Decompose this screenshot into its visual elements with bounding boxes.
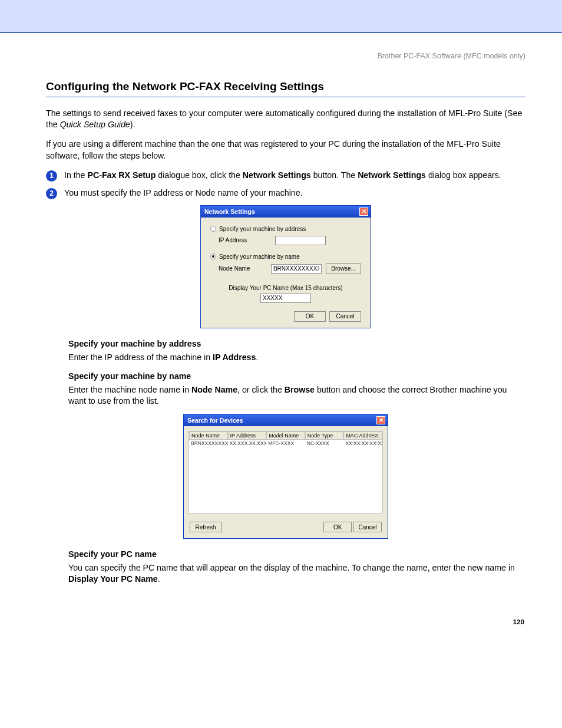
sec-name-p1: Enter the machine node name in (68, 385, 191, 394)
ok-button[interactable]: OK (294, 311, 326, 322)
refresh-button[interactable]: Refresh (190, 522, 222, 532)
sec-addr-p2: . (256, 353, 258, 362)
intro-paragraph-2: If you are using a different machine tha… (46, 139, 525, 161)
list-row[interactable]: BRNXXXXXXXXXXXX XX.XXX.XX.XXX MFC-XXXX N… (189, 440, 382, 447)
pc-name-input[interactable] (260, 294, 311, 303)
radio-icon (210, 253, 216, 259)
title-rule (46, 97, 525, 97)
cell-mac-address: XX:XX:XX:XX:XX:XX (343, 440, 382, 447)
step1-t2: dialogue box, click the (156, 170, 242, 180)
radio-by-name-label: Specify your machine by name (219, 253, 300, 260)
search-devices-dialog: Search for Devices ✕ Node Name IP Addres… (183, 414, 388, 539)
sec-name-p2: , or click the (237, 385, 285, 394)
sec-addr-p1: Enter the IP address of the machine in (68, 353, 213, 362)
subhead-address: Specify your machine by address (68, 339, 525, 348)
sec-name-b1: Node Name (191, 385, 237, 394)
step1-b1: PC-Fax RX Setup (87, 170, 156, 180)
sec-pcname-p1: You can specify the PC name that will ap… (68, 563, 515, 572)
col-mac-address[interactable]: MAC Address (343, 431, 382, 440)
subhead-name: Specify your machine by name (68, 371, 525, 381)
dialog-title: Network Settings (204, 208, 255, 215)
cancel-button[interactable]: Cancel (329, 311, 361, 322)
devices-list[interactable]: Node Name IP Address Model Name Node Typ… (189, 431, 383, 513)
subbody-name: Enter the machine node name in Node Name… (68, 384, 525, 407)
close-icon[interactable]: ✕ (359, 207, 368, 216)
ok-button[interactable]: OK (323, 522, 352, 532)
node-name-label: Node Name (219, 265, 271, 272)
ip-address-label: IP Address (219, 237, 275, 243)
radio-by-address[interactable]: Specify your machine by address (210, 226, 361, 232)
cancel-button[interactable]: Cancel (353, 522, 382, 532)
browse-button[interactable]: Browse... (326, 263, 361, 274)
subhead-pcname: Specify your PC name (68, 549, 525, 559)
step1-t1: In the (64, 170, 87, 180)
step-1-text: In the PC-Fax RX Setup dialogue box, cli… (64, 170, 525, 181)
intro-paragraph-1: The settings to send received faxes to y… (46, 108, 525, 130)
col-node-type[interactable]: Node Type (305, 431, 344, 440)
intro1c: ). (130, 120, 135, 129)
step-2-text: You must specify the IP address or Node … (64, 187, 525, 199)
step-2: 2 You must specify the IP address or Nod… (46, 187, 525, 199)
col-model-name[interactable]: Model Name (266, 431, 305, 440)
step1-t4: dialog box appears. (426, 170, 501, 180)
sec-name-b2: Browse (285, 385, 315, 394)
cell-model-name: MFC-XXXX (266, 440, 305, 447)
intro1b: Quick Setup Guide (60, 120, 130, 129)
cell-node-name: BRNXXXXXXXXXXXX (189, 440, 228, 447)
list-empty-space (189, 447, 382, 513)
sec-pcname-b1: Display Your PC Name (68, 574, 158, 584)
network-settings-dialog: Network Settings ✕ Specify your machine … (200, 205, 371, 328)
pc-name-caption: Display Your PC Name (Max 15 characters) (210, 285, 361, 291)
ip-address-input[interactable] (275, 236, 326, 245)
node-name-input[interactable] (271, 264, 322, 274)
sec-pcname-p2: . (158, 574, 160, 584)
step-1: 1 In the PC-Fax RX Setup dialogue box, c… (46, 170, 525, 182)
col-ip-address[interactable]: IP Address (228, 431, 267, 440)
close-icon[interactable]: ✕ (376, 416, 385, 424)
step-2-bullet: 2 (46, 188, 57, 199)
radio-icon (210, 226, 216, 232)
breadcrumb: Brother PC-FAX Software (MFC models only… (46, 52, 525, 60)
cell-ip-address: XX.XXX.XX.XXX (228, 440, 267, 447)
step1-b3: Network Settings (358, 170, 426, 180)
list-header: Node Name IP Address Model Name Node Typ… (189, 431, 382, 440)
step1-b2: Network Settings (243, 170, 311, 180)
cell-node-type: NC-XXXX (305, 440, 344, 447)
sec-addr-b1: IP Address (213, 353, 256, 362)
top-band (0, 0, 562, 33)
section-title: Configuring the Network PC-FAX Receiving… (46, 80, 525, 93)
page-number: 120 (46, 618, 524, 625)
dialog2-title: Search for Devices (187, 417, 243, 424)
dialog-titlebar: Network Settings ✕ (201, 206, 371, 218)
step1-t3: button. The (311, 170, 358, 180)
col-node-name[interactable]: Node Name (189, 431, 228, 440)
radio-by-address-label: Specify your machine by address (219, 226, 306, 232)
subbody-address: Enter the IP address of the machine in I… (68, 352, 525, 363)
subbody-pcname: You can specify the PC name that will ap… (68, 562, 525, 585)
radio-by-name[interactable]: Specify your machine by name (210, 253, 361, 260)
dialog2-titlebar: Search for Devices ✕ (184, 414, 388, 426)
step-1-bullet: 1 (46, 170, 57, 182)
